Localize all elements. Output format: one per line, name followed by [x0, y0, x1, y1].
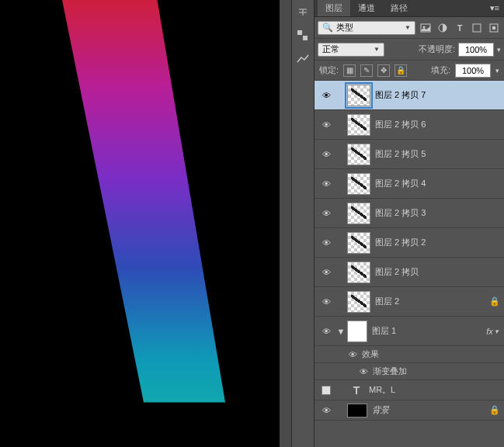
lock-position-icon[interactable]: ✥	[377, 64, 390, 77]
layer-thumbnail[interactable]	[347, 404, 367, 418]
visibility-toggle[interactable]: 👁	[318, 327, 335, 336]
visibility-toggle[interactable]: 👁	[318, 297, 335, 307]
visibility-toggle[interactable]: 👁	[318, 209, 335, 218]
layer-row[interactable]: 👁 图层 2 拷贝 6	[315, 110, 504, 140]
opacity-label: 不透明度:	[419, 43, 455, 55]
layer-thumbnail[interactable]	[347, 262, 370, 283]
layer-name[interactable]: MR。L	[369, 384, 485, 396]
layer-row[interactable]: 👁 图层 2 拷贝 3	[315, 199, 504, 228]
fill-dropdown-icon[interactable]: ▾	[495, 67, 499, 74]
visibility-toggle[interactable]	[318, 386, 335, 395]
collapse-dock-icon[interactable]	[295, 5, 311, 20]
layer-thumbnail[interactable]	[347, 203, 370, 224]
chevron-down-icon: ▼	[374, 46, 380, 53]
fill-input[interactable]: 100%	[455, 64, 491, 78]
tab-layers[interactable]: 图层	[318, 0, 350, 16]
chevron-down-icon: ▼	[405, 24, 411, 31]
layer-thumbnail[interactable]	[347, 291, 370, 313]
filter-image-icon[interactable]	[419, 21, 433, 35]
adjustments-panel-icon[interactable]	[295, 51, 311, 67]
layer-lock-icon: 🔒	[485, 405, 504, 415]
layer-list: 👁 图层 2 拷贝 7 👁 图层 2 拷贝 6 👁 图层 2 拷贝 5 👁 图层…	[315, 81, 504, 447]
effects-label: 效果	[362, 348, 379, 360]
fx-indicator[interactable]: fx▾	[481, 327, 504, 336]
filter-shape-icon[interactable]	[470, 21, 484, 35]
svg-rect-7	[492, 26, 495, 29]
layer-lock-icon: 🔒	[485, 296, 504, 307]
collapse-effects-icon[interactable]: ▼	[335, 327, 347, 336]
lock-pixels-icon[interactable]: ✎	[360, 64, 373, 77]
visibility-toggle[interactable]: 👁	[318, 120, 335, 130]
layer-name[interactable]: 图层 2 拷贝 6	[375, 119, 485, 130]
visibility-toggle[interactable]: 👁	[349, 350, 357, 359]
effect-item[interactable]: 👁 渐变叠加	[315, 363, 504, 380]
visibility-toggle[interactable]: 👁	[360, 367, 368, 376]
svg-rect-1	[303, 36, 308, 40]
layer-thumbnail[interactable]	[347, 144, 370, 165]
layers-panel: 图层 通道 路径 ▾≡ 🔍 类型 ▼ T 正常 ▼ 不透明度: 100% ▾ 锁…	[315, 0, 504, 447]
panel-tab-strip: 图层 通道 路径 ▾≡	[315, 0, 504, 17]
layer-row[interactable]: 👁 ▼ 图层 1 fx▾	[315, 317, 504, 346]
layer-name[interactable]: 图层 2 拷贝 7	[375, 89, 485, 101]
lock-transparent-icon[interactable]: ▦	[343, 64, 356, 77]
visibility-toggle[interactable]: 👁	[318, 150, 335, 159]
layer-name[interactable]: 图层 2 拷贝 2	[375, 237, 485, 248]
layer-row[interactable]: 👁 图层 2 拷贝 2	[315, 228, 504, 258]
visibility-toggle[interactable]: 👁	[318, 179, 335, 189]
blend-mode-value: 正常	[322, 43, 339, 55]
layer-name[interactable]: 图层 2 拷贝 3	[375, 207, 485, 219]
layer-row[interactable]: 👁 背景 🔒	[315, 400, 504, 421]
layer-name[interactable]: 背景	[372, 404, 485, 416]
svg-rect-5	[473, 24, 481, 32]
layer-row[interactable]: 👁 图层 2 拷贝 4	[315, 169, 504, 199]
lock-all-icon[interactable]: 🔒	[395, 64, 407, 77]
blend-row: 正常 ▼ 不透明度: 100% ▾	[315, 39, 504, 61]
layer-row[interactable]: 👁 图层 2 拷贝 5	[315, 140, 504, 169]
layer-row[interactable]: T MR。L	[315, 380, 504, 400]
visibility-toggle[interactable]: 👁	[318, 91, 335, 100]
layer-thumbnail[interactable]	[347, 173, 370, 195]
layer-name[interactable]: 图层 2	[375, 296, 485, 307]
blend-mode-select[interactable]: 正常 ▼	[318, 43, 384, 57]
layer-name[interactable]: 图层 1	[372, 325, 481, 337]
visibility-toggle[interactable]: 👁	[318, 406, 335, 415]
canvas-area[interactable]	[0, 0, 291, 447]
layer-row[interactable]: 👁 图层 2 拷贝	[315, 258, 504, 287]
tab-paths[interactable]: 路径	[383, 0, 415, 16]
filter-row: 🔍 类型 ▼ T	[315, 17, 504, 39]
hidden-indicator	[322, 386, 331, 395]
layer-name[interactable]: 图层 2 拷贝 4	[375, 178, 485, 189]
effects-group-label[interactable]: 👁 效果	[315, 346, 504, 363]
filter-type-icon[interactable]: T	[453, 21, 467, 35]
filter-kind-label: 类型	[336, 22, 353, 33]
panel-menu-icon[interactable]: ▾≡	[485, 1, 504, 16]
layer-name[interactable]: 图层 2 拷贝 5	[375, 148, 485, 160]
layer-row[interactable]: 👁 图层 2 拷贝 7	[315, 81, 504, 110]
tool-dock	[291, 0, 315, 447]
history-panel-icon[interactable]	[295, 28, 311, 43]
layer-thumbnail[interactable]	[347, 114, 370, 136]
effect-name: 渐变叠加	[373, 366, 407, 377]
tab-channels[interactable]: 通道	[350, 0, 383, 16]
layer-row[interactable]: 👁 图层 2 🔒	[315, 287, 504, 317]
lock-row: 锁定: ▦ ✎ ✥ 🔒 填充: 100% ▾	[315, 61, 504, 81]
layer-thumbnail[interactable]	[347, 85, 370, 106]
filter-adjustment-icon[interactable]	[436, 21, 450, 35]
type-layer-icon: T	[347, 383, 366, 398]
lock-label: 锁定:	[319, 64, 339, 76]
search-icon: 🔍	[322, 23, 333, 33]
layer-thumbnail[interactable]	[347, 321, 367, 342]
layer-thumbnail[interactable]	[347, 232, 370, 254]
visibility-toggle[interactable]: 👁	[318, 238, 335, 248]
visibility-toggle[interactable]: 👁	[318, 268, 335, 277]
layer-name[interactable]: 图层 2 拷贝	[375, 266, 485, 278]
svg-rect-0	[297, 30, 302, 35]
fill-label: 填充:	[431, 64, 450, 76]
filter-smartobject-icon[interactable]	[487, 21, 501, 35]
filter-kind-select[interactable]: 🔍 类型 ▼	[318, 21, 415, 35]
opacity-dropdown-icon[interactable]: ▾	[497, 46, 501, 54]
opacity-input[interactable]: 100%	[458, 43, 494, 57]
